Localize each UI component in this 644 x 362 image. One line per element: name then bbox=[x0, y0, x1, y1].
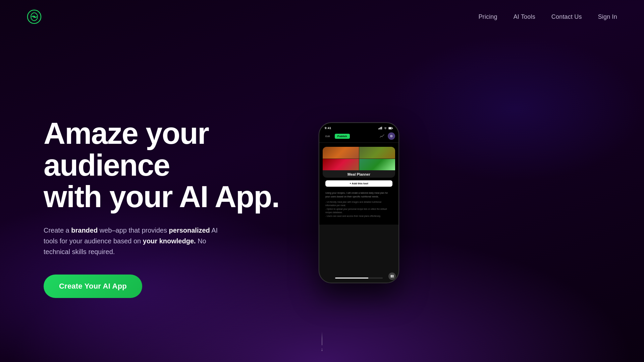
scroll-line bbox=[322, 332, 322, 345]
tool-image bbox=[323, 147, 395, 170]
nav-sign-in[interactable]: Sign In bbox=[598, 13, 617, 20]
nav-links: Pricing AI Tools Contact Us Sign In bbox=[478, 13, 617, 20]
analytics-icon-wrapper bbox=[380, 134, 384, 138]
cta-button[interactable]: Create Your AI App bbox=[44, 275, 142, 298]
phone-progress-fill bbox=[335, 278, 368, 279]
phone-mockup: 9:41 bbox=[319, 122, 399, 283]
phone-progress-bar bbox=[335, 278, 383, 279]
scroll-indicator: ↓ bbox=[321, 332, 323, 352]
scroll-arrow: ↓ bbox=[321, 347, 323, 352]
edit-button[interactable]: Edit bbox=[323, 134, 333, 139]
personalized-text: personalized bbox=[169, 227, 210, 234]
hero-section: Amaze your audience with your AI App. Cr… bbox=[44, 118, 292, 298]
food-item-4 bbox=[359, 159, 395, 171]
analytics-icon bbox=[380, 134, 384, 138]
logo-icon bbox=[27, 9, 42, 24]
wifi-icon bbox=[384, 127, 387, 129]
publish-button[interactable]: Publish bbox=[335, 134, 350, 139]
phone-frame: 9:41 bbox=[319, 122, 399, 283]
svg-rect-2 bbox=[378, 128, 379, 129]
signal-icon bbox=[378, 127, 382, 129]
add-tool-button[interactable]: + Add this tool bbox=[325, 180, 392, 187]
knowledge-text: your knowledge. bbox=[143, 237, 196, 245]
tool-description: Using your recipes, I will create a tail… bbox=[323, 189, 395, 200]
nav-contact-us[interactable]: Contact Us bbox=[551, 13, 582, 20]
nav-pricing[interactable]: Pricing bbox=[478, 13, 497, 20]
phone-toolbar: Edit Publish D bbox=[319, 130, 398, 143]
tool-features: - UI-friendly meal plan with images and … bbox=[323, 200, 395, 221]
svg-rect-8 bbox=[392, 128, 393, 129]
svg-rect-3 bbox=[379, 128, 380, 129]
phone-content: Meal Planner + Add this tool Using your … bbox=[319, 143, 398, 225]
status-icons bbox=[378, 127, 393, 129]
main-content: Amaze your audience with your AI App. Cr… bbox=[0, 34, 644, 362]
phone-time: 9:41 bbox=[325, 126, 331, 130]
phone-status-bar: 9:41 bbox=[319, 123, 398, 130]
battery-icon bbox=[388, 127, 393, 129]
svg-rect-5 bbox=[381, 127, 382, 129]
tool-card: Meal Planner bbox=[323, 147, 395, 178]
svg-rect-7 bbox=[389, 127, 391, 129]
branded-text: branded bbox=[71, 227, 98, 234]
logo[interactable] bbox=[27, 9, 42, 24]
svg-rect-4 bbox=[380, 127, 381, 129]
food-grid bbox=[323, 147, 395, 170]
hero-heading: Amaze your audience with your AI App. bbox=[44, 118, 292, 213]
pause-button[interactable] bbox=[388, 273, 396, 280]
tool-name: Meal Planner bbox=[323, 170, 395, 178]
food-item-1 bbox=[323, 147, 359, 159]
food-item-2 bbox=[359, 147, 395, 159]
food-item-3 bbox=[323, 159, 359, 171]
pause-bar-right bbox=[392, 275, 393, 278]
user-avatar[interactable]: D bbox=[388, 132, 395, 140]
hero-subtitle: Create a branded web–app that provides p… bbox=[44, 225, 218, 257]
nav-ai-tools[interactable]: AI Tools bbox=[514, 13, 535, 20]
pause-bar-left bbox=[391, 275, 392, 278]
svg-point-1 bbox=[33, 16, 35, 18]
navigation: Pricing AI Tools Contact Us Sign In bbox=[0, 0, 644, 34]
